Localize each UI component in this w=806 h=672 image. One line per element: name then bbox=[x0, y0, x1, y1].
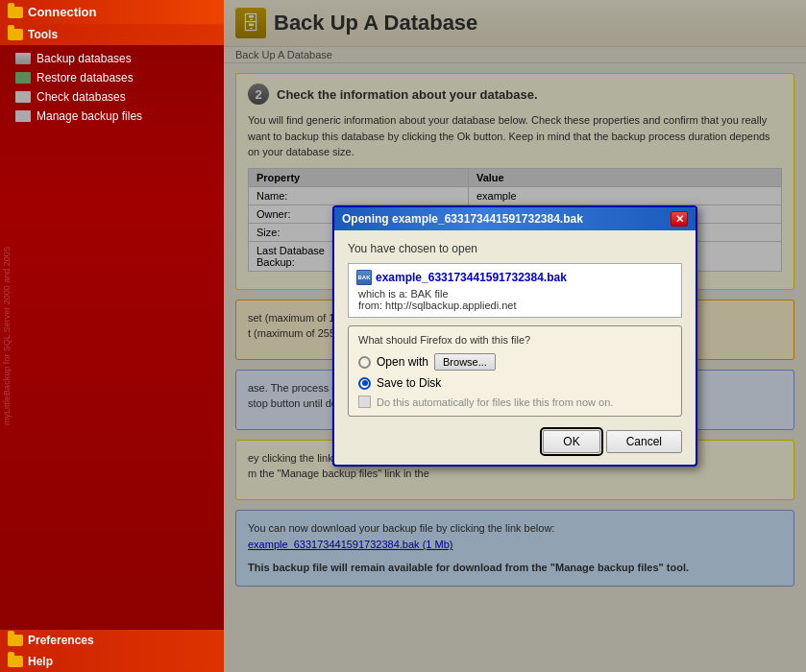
filename: example_633173441591732384.bak bbox=[376, 271, 567, 284]
action-group-label: What should Firefox do with this file? bbox=[358, 334, 672, 346]
sidebar-item-label: Check databases bbox=[37, 90, 126, 104]
auto-action-label: Do this automatically for files like thi… bbox=[377, 396, 613, 408]
tools-folder-icon bbox=[8, 29, 23, 40]
sidebar-item-label: Restore databases bbox=[37, 71, 134, 84]
sidebar-section-tools: Tools bbox=[0, 24, 224, 45]
dialog-title: Opening example_633173441591732384.bak bbox=[342, 212, 583, 226]
help-folder-icon bbox=[8, 656, 23, 667]
browse-button[interactable]: Browse... bbox=[434, 353, 496, 371]
sidebar-section-help[interactable]: Help bbox=[0, 651, 224, 672]
dialog-titlebar: Opening example_633173441591732384.bak ✕ bbox=[334, 207, 696, 230]
sidebar-item-backup-databases[interactable]: Backup databases bbox=[0, 49, 224, 68]
preferences-label: Preferences bbox=[28, 634, 94, 647]
sidebar-item-restore-databases[interactable]: Restore databases bbox=[0, 68, 224, 87]
manage-files-icon bbox=[15, 110, 31, 122]
file-name-row: BAK example_633173441591732384.bak bbox=[356, 270, 673, 285]
save-to-disk-label: Save to Disk bbox=[377, 376, 441, 390]
dialog-intro-text: You have chosen to open bbox=[348, 242, 682, 255]
sidebar-section-connection: Connection bbox=[0, 0, 224, 24]
open-with-label: Open with bbox=[377, 355, 428, 369]
save-to-disk-radio[interactable] bbox=[358, 377, 371, 390]
dialog-body: You have chosen to open BAK example_6331… bbox=[334, 230, 696, 465]
file-info-box: BAK example_633173441591732384.bak which… bbox=[348, 263, 682, 318]
sidebar-item-label: Manage backup files bbox=[37, 109, 142, 123]
cancel-button[interactable]: Cancel bbox=[606, 430, 682, 453]
open-with-radio[interactable] bbox=[358, 356, 371, 369]
file-type: which is a: BAK file bbox=[356, 288, 673, 300]
sidebar: myLittleBackup for SQL Server 2000 and 2… bbox=[0, 0, 224, 672]
file-from: from: http://sqlbackup.appliedi.net bbox=[356, 300, 673, 311]
action-group: What should Firefox do with this file? O… bbox=[348, 325, 682, 417]
save-to-disk-row[interactable]: Save to Disk bbox=[358, 376, 672, 390]
sidebar-item-manage-backup-files[interactable]: Manage backup files bbox=[0, 107, 224, 126]
sidebar-item-check-databases[interactable]: Check databases bbox=[0, 87, 224, 107]
sidebar-tools-items: Backup databases Restore databases Check… bbox=[0, 45, 224, 630]
open-with-row[interactable]: Open with Browse... bbox=[358, 353, 672, 371]
tools-label: Tools bbox=[28, 28, 58, 41]
pref-folder-icon bbox=[8, 635, 23, 646]
auto-action-checkbox[interactable] bbox=[358, 396, 371, 408]
file-open-dialog: Opening example_633173441591732384.bak ✕… bbox=[332, 205, 697, 467]
connection-folder-icon bbox=[8, 7, 23, 18]
main-content: 🗄 Back Up A Database Back Up A Database … bbox=[224, 0, 806, 672]
connection-label: Connection bbox=[28, 5, 97, 19]
help-label: Help bbox=[28, 655, 53, 668]
bak-file-icon: BAK bbox=[356, 270, 372, 285]
ok-button[interactable]: OK bbox=[543, 430, 599, 453]
auto-action-row[interactable]: Do this automatically for files like thi… bbox=[358, 396, 672, 408]
dialog-buttons: OK Cancel bbox=[348, 430, 682, 453]
dialog-close-button[interactable]: ✕ bbox=[671, 211, 688, 227]
restore-db-icon bbox=[15, 72, 31, 84]
sidebar-item-label: Backup databases bbox=[37, 52, 132, 65]
sidebar-section-preferences[interactable]: Preferences bbox=[0, 630, 224, 651]
dialog-overlay: Opening example_633173441591732384.bak ✕… bbox=[224, 0, 806, 672]
sidebar-bottom: Preferences Help bbox=[0, 630, 224, 672]
check-db-icon bbox=[15, 91, 31, 103]
backup-db-icon bbox=[15, 53, 31, 64]
